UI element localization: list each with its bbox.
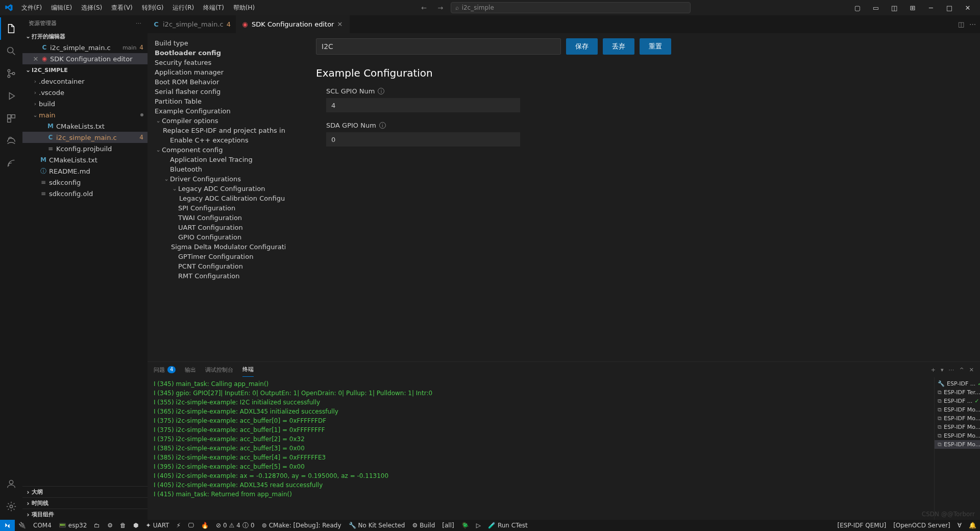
sdk-nav-item[interactable]: Bootloader config xyxy=(155,48,278,58)
editor-tab[interactable]: ◉SDK Configuration editor✕ xyxy=(236,15,350,33)
sb-launch-icon[interactable]: ▷ xyxy=(473,520,484,531)
editor-more-icon[interactable]: ⋯ xyxy=(969,20,976,28)
layout-panel-right-icon[interactable]: ◫ xyxy=(886,0,902,15)
sdk-discard-button[interactable]: 丢弃 xyxy=(603,38,634,55)
info-icon[interactable]: i xyxy=(379,122,386,129)
sb-flame-icon[interactable]: 🔥 xyxy=(198,520,212,531)
tree-item[interactable]: Ci2c_simple_main.c4 xyxy=(22,132,148,143)
menu-item-0[interactable]: 文件(F) xyxy=(17,2,46,14)
close-panel-icon[interactable]: ✕ xyxy=(969,367,974,373)
menu-item-4[interactable]: 转到(G) xyxy=(138,2,168,14)
open-editors-section-header[interactable]: ⌄打开的编辑器 xyxy=(22,31,148,42)
run-debug-activity-icon[interactable] xyxy=(0,85,22,107)
sb-folder-icon[interactable]: 🗀 xyxy=(90,520,104,531)
sb-chip-icon[interactable]: 📟 esp32 xyxy=(55,520,91,531)
sdk-nav-item[interactable]: Example Configuration xyxy=(155,106,278,116)
accounts-activity-icon[interactable] xyxy=(0,473,22,495)
sdk-nav-item[interactable]: Application manager xyxy=(155,67,278,77)
extensions-activity-icon[interactable] xyxy=(0,107,22,130)
sdk-nav-item[interactable]: Application Level Tracing xyxy=(155,155,278,164)
terminal-list-item[interactable]: ⧉ESP-IDF ...✓ xyxy=(935,397,980,405)
open-editor-item[interactable]: Ci2c_simple_main.cmain4 xyxy=(22,42,148,53)
sdk-nav-item[interactable]: Security features xyxy=(155,58,278,67)
info-icon[interactable]: i xyxy=(378,88,384,94)
nav-forward-icon[interactable]: → xyxy=(434,2,447,14)
window-minimize-icon[interactable]: ─ xyxy=(923,0,939,15)
settings-activity-icon[interactable] xyxy=(0,495,22,518)
sdk-nav-item[interactable]: RMT Configuration xyxy=(155,271,278,281)
panel-tab-output[interactable]: 输出 xyxy=(185,363,196,377)
sb-monitor-icon[interactable]: 🖵 xyxy=(184,520,198,531)
layout-panel-left-icon[interactable]: ▢ xyxy=(849,0,866,15)
window-close-icon[interactable]: ✕ xyxy=(960,0,976,15)
panel-tab-problems[interactable]: 问题 4 xyxy=(154,363,176,377)
tree-item[interactable]: ›.devcontainer xyxy=(22,76,148,87)
editor-tab[interactable]: Ci2c_simple_main.c4 xyxy=(148,15,236,33)
menu-item-2[interactable]: 选择(S) xyxy=(77,2,106,14)
tree-item[interactable]: ›build xyxy=(22,98,148,109)
sdk-nav-item[interactable]: Partition Table xyxy=(155,96,278,106)
tree-item[interactable]: MCMakeLists.txt xyxy=(22,154,148,165)
tree-item[interactable]: MCMakeLists.txt xyxy=(22,120,148,132)
sdk-field-input[interactable] xyxy=(326,98,520,112)
terminal-list-item[interactable]: ⧉ESP-IDF Mo... xyxy=(935,414,980,423)
menu-item-3[interactable]: 查看(V) xyxy=(107,2,137,14)
sb-settings-icon[interactable]: ⚙ xyxy=(104,520,116,531)
sdk-field-input[interactable] xyxy=(326,132,520,147)
command-center-search[interactable]: ⌕ i2c_simple xyxy=(451,2,691,13)
source-control-activity-icon[interactable] xyxy=(0,62,22,85)
remote-explorer-activity-icon[interactable] xyxy=(0,130,22,152)
sdk-reset-button[interactable]: 重置 xyxy=(640,38,671,55)
sb-bell-icon[interactable]: 🔔 xyxy=(965,520,980,531)
new-terminal-icon[interactable]: + xyxy=(931,367,936,373)
sb-build-action[interactable]: ⚙ Build xyxy=(408,520,438,531)
tree-item[interactable]: ≡sdkconfig.old xyxy=(22,188,148,199)
sb-plug-icon[interactable]: 🔌 xyxy=(15,520,30,531)
maximize-panel-icon[interactable]: ^ xyxy=(960,367,964,373)
sb-debug-launch-icon[interactable]: 🪲 xyxy=(458,520,473,531)
nav-back-icon[interactable]: ← xyxy=(418,2,430,14)
sdk-nav-item[interactable]: GPIO Configuration xyxy=(155,232,278,242)
sdk-nav-item[interactable]: Enable C++ exceptions xyxy=(155,135,278,145)
sdk-nav-item[interactable]: Build type xyxy=(155,38,278,48)
sb-qemu[interactable]: [ESP-IDF QEMU] xyxy=(834,520,890,531)
sb-build-target[interactable]: [all] xyxy=(438,520,457,531)
sb-com-port[interactable]: COM4 xyxy=(30,520,55,531)
menu-item-7[interactable]: 帮助(H) xyxy=(229,2,259,14)
terminal-list-item[interactable]: ⧉ESP-IDF Mo... xyxy=(935,431,980,440)
sdk-nav-item[interactable]: ⌄Component config xyxy=(155,145,278,155)
terminal-list-item[interactable]: ⧉ESP-IDF Mo... xyxy=(935,423,980,431)
layout-customize-icon[interactable]: ⊞ xyxy=(904,0,921,15)
layout-panel-bottom-icon[interactable]: ▭ xyxy=(868,0,884,15)
tree-item[interactable]: ⓘREADME.md xyxy=(22,165,148,177)
sb-openocd[interactable]: [OpenOCD Server] xyxy=(890,520,954,531)
terminal-list-item[interactable]: ⧉ESP-IDF Mo... xyxy=(935,440,980,449)
sdk-nav-item[interactable]: Bluetooth xyxy=(155,164,278,174)
sdk-nav-item[interactable]: Serial flasher config xyxy=(155,87,278,96)
sdk-nav-item[interactable]: ⌄Driver Configurations xyxy=(155,174,278,184)
window-maximize-icon[interactable]: □ xyxy=(941,0,958,15)
sdk-nav-item[interactable]: ⌄Compiler options xyxy=(155,116,278,126)
open-editor-item[interactable]: ✕◉SDK Configuration editor xyxy=(22,53,148,64)
terminal-more-icon[interactable]: ⋯ xyxy=(949,367,954,373)
menu-item-1[interactable]: 编辑(E) xyxy=(47,2,76,14)
menu-item-6[interactable]: 终端(T) xyxy=(199,2,228,14)
split-editor-icon[interactable]: ◫ xyxy=(958,20,964,28)
sb-star-icon[interactable]: ✦ UART xyxy=(142,520,173,531)
sdk-nav-item[interactable]: Legacy ADC Calibration Configuration xyxy=(155,194,278,203)
close-icon[interactable]: ✕ xyxy=(337,20,344,28)
espressif-activity-icon[interactable] xyxy=(0,152,22,175)
sdk-nav-item[interactable]: UART Configuration xyxy=(155,223,278,232)
menu-item-5[interactable]: 运行(R) xyxy=(168,2,198,14)
terminal-output[interactable]: I (345) main_task: Calling app_main()I (… xyxy=(148,377,934,520)
terminal-chevron-down-icon[interactable]: ▾ xyxy=(941,367,944,373)
sidebar-collapsed-section[interactable]: ›大纲 xyxy=(22,486,148,497)
terminal-list-item[interactable]: ⧉ESP-IDF Mo... xyxy=(935,405,980,414)
panel-tab-debug-console[interactable]: 调试控制台 xyxy=(205,363,233,377)
sb-trash-icon[interactable]: 🗑 xyxy=(116,520,130,531)
tree-item[interactable]: ›.vscode xyxy=(22,87,148,98)
sdk-nav-item[interactable]: Boot ROM Behavior xyxy=(155,77,278,87)
tree-item[interactable]: ≡sdkconfig xyxy=(22,177,148,188)
sidebar-collapsed-section[interactable]: ›项目组件 xyxy=(22,509,148,520)
sb-build-icon[interactable]: ⬢ xyxy=(130,520,142,531)
